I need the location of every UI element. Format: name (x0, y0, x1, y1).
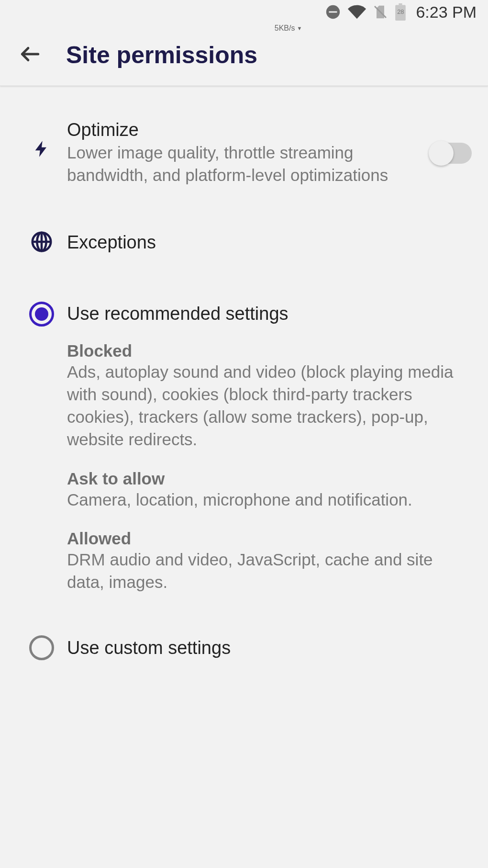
ask-label: Ask to allow (67, 469, 462, 488)
net-speed-down: 5KB/s (275, 24, 295, 32)
page-title: Site permissions (66, 41, 257, 69)
recommended-title: Use recommended settings (67, 304, 462, 324)
no-sim-icon (373, 4, 388, 20)
optimize-desc: Lower image quality, throttle streaming … (67, 141, 420, 187)
blocked-section: Blocked Ads, autoplay sound and video (b… (67, 341, 462, 451)
custom-title: Use custom settings (67, 638, 462, 658)
svg-rect-1 (329, 11, 337, 13)
status-bar: 0B/s▲ 5KB/s▼ 28 6:23 PM (0, 0, 488, 24)
allowed-label: Allowed (67, 529, 462, 548)
globe-icon (31, 231, 53, 255)
recommended-radio[interactable] (29, 302, 54, 327)
ask-text: Camera, location, microphone and notific… (67, 488, 462, 511)
bolt-icon (32, 137, 51, 163)
recommended-detail-blocks: Blocked Ads, autoplay sound and video (b… (67, 341, 462, 594)
svg-rect-4 (399, 3, 402, 5)
allowed-text: DRM audio and video, JavaScript, cache a… (67, 548, 462, 594)
clock: 6:23 PM (416, 3, 477, 22)
back-button[interactable] (18, 42, 42, 68)
network-speed: 0B/s▲ 5KB/s▼ (258, 0, 319, 45)
settings-list: Optimize Lower image quality, throttle s… (0, 86, 488, 673)
custom-settings-row[interactable]: Use custom settings (0, 623, 488, 673)
exceptions-row[interactable]: Exceptions (0, 218, 488, 267)
exceptions-title: Exceptions (67, 232, 462, 253)
optimize-row[interactable]: Optimize Lower image quality, throttle s… (0, 107, 488, 199)
custom-radio[interactable] (29, 635, 54, 660)
blocked-text: Ads, autoplay sound and video (block pla… (67, 361, 462, 451)
optimize-toggle[interactable] (430, 143, 472, 164)
do-not-disturb-icon (325, 4, 341, 20)
app-bar: Site permissions (0, 24, 488, 86)
battery-icon: 28 (395, 3, 406, 21)
optimize-title: Optimize (67, 120, 420, 140)
battery-percent: 28 (395, 8, 406, 15)
recommended-settings-row[interactable]: Use recommended settings Blocked Ads, au… (0, 289, 488, 598)
allowed-section: Allowed DRM audio and video, JavaScript,… (67, 529, 462, 594)
blocked-label: Blocked (67, 341, 462, 361)
wifi-icon (348, 3, 366, 21)
ask-to-allow-section: Ask to allow Camera, location, microphon… (67, 469, 462, 511)
